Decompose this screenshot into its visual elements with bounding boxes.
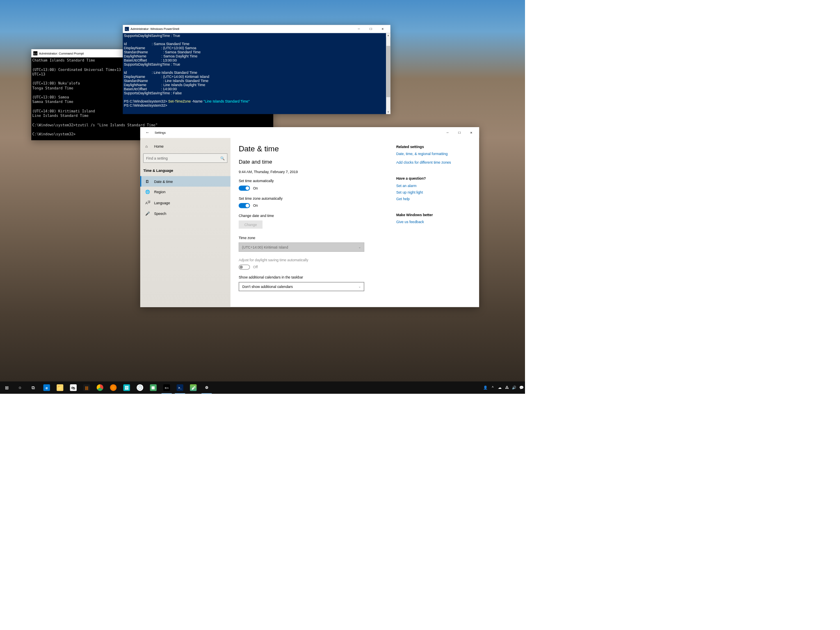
timezone-value: (UTC+14:00) Kiritimati Island	[242, 245, 288, 249]
desktop: C:\ Administrator: Command Prompt Chatha…	[0, 0, 525, 394]
powershell-icon: >_	[125, 27, 129, 31]
additional-cal-label: Show additional calendars in the taskbar	[239, 275, 387, 279]
change-button[interactable]: Change	[239, 221, 262, 229]
tray-network-icon[interactable]: 🖧	[504, 381, 511, 394]
chevron-down-icon: ⌄	[358, 285, 361, 288]
scroll-thumb[interactable]	[386, 46, 390, 97]
taskbar-app-2[interactable]: ▦	[147, 381, 160, 394]
scroll-down-icon[interactable]: ▼	[386, 110, 390, 114]
link-regional-formatting[interactable]: Date, time, & regional formatting	[396, 152, 479, 156]
taskbar-store[interactable]: 🛍	[67, 381, 80, 394]
taskbar-photos[interactable]: 🖼	[120, 381, 134, 394]
auto-tz-state: On	[253, 203, 258, 208]
minimize-button[interactable]: ─	[353, 25, 365, 33]
minimize-button[interactable]: ─	[442, 128, 454, 137]
search-placeholder: Find a setting	[146, 156, 220, 160]
ps-prompt: PS C:\Windows\system32>	[124, 99, 168, 103]
taskbar-powershell[interactable]: >_	[173, 381, 187, 394]
nav-label: Region	[154, 190, 166, 194]
ps-text-block: SupportsDaylightSavingTime : True Id : S…	[124, 34, 209, 95]
home-button[interactable]: ⌂ Home	[140, 142, 231, 151]
ps-string-arg: "Line Islands Standard Time"	[203, 99, 249, 103]
taskbar-edge[interactable]: e	[40, 381, 54, 394]
settings-aside-column: Related settings Date, time, & regional …	[396, 145, 479, 305]
link-add-clocks[interactable]: Add clocks for different time zones	[396, 160, 479, 164]
cmd-icon: C:\	[33, 51, 37, 55]
task-view-button[interactable]: ⧉	[27, 381, 40, 394]
additional-cal-dropdown[interactable]: Don't show additional calendars ⌄	[239, 282, 364, 292]
maximize-button[interactable]: ☐	[454, 128, 466, 137]
start-button[interactable]: ⊞	[0, 381, 14, 394]
auto-tz-label: Set time zone automatically	[239, 196, 387, 201]
ps-title-bar[interactable]: >_ Administrator: Windows PowerShell ─ ☐…	[123, 25, 390, 33]
taskbar-cmd[interactable]: C:\	[160, 381, 173, 394]
nav-language[interactable]: A字Language	[140, 197, 231, 208]
maximize-button[interactable]: ☐	[365, 25, 377, 33]
auto-time-state: On	[253, 186, 258, 190]
chevron-down-icon: ⌄	[358, 245, 361, 249]
settings-main-column: Date & time Date and time 9:44 AM, Thurs…	[239, 145, 387, 305]
search-input[interactable]: Find a setting 🔍	[143, 153, 227, 163]
nav-label: Speech	[154, 212, 167, 216]
date-time-icon: 🗓	[145, 179, 151, 184]
better-heading: Make Windows better	[396, 213, 479, 217]
auto-tz-toggle[interactable]	[239, 203, 250, 208]
nav-speech[interactable]: 🎤Speech	[140, 208, 231, 219]
related-heading: Related settings	[396, 145, 479, 149]
nav-date-time[interactable]: 🗓Date & time	[140, 176, 231, 187]
close-button[interactable]: ✕	[377, 25, 388, 33]
section-title: Time & Language	[140, 167, 231, 176]
link-night-light[interactable]: Set up night light	[396, 190, 479, 194]
question-heading: Have a question?	[396, 176, 479, 180]
taskbar-chrome[interactable]	[94, 381, 107, 394]
scroll-up-icon[interactable]: ▲	[386, 33, 390, 38]
microphone-icon: 🎤	[145, 211, 151, 216]
additional-cal-value: Don't show additional calendars	[242, 285, 293, 289]
taskbar-settings[interactable]: ⚙	[200, 381, 214, 394]
settings-title-bar[interactable]: ← Settings ─ ☐ ✕	[140, 127, 479, 138]
taskbar-clock-app[interactable]: 🕐	[133, 381, 147, 394]
ps-scrollbar[interactable]: ▲ ▼	[386, 33, 390, 114]
nav-label: Date & time	[154, 179, 173, 183]
tray-chevron[interactable]: ^	[489, 381, 497, 394]
ps-cmdlet: Set-TimeZone	[168, 99, 192, 103]
taskbar-explorer[interactable]: 📁	[53, 381, 67, 394]
taskbar-firefox[interactable]	[107, 381, 120, 394]
taskbar-app-1[interactable]: |||	[80, 381, 94, 394]
change-dt-label: Change date and time	[239, 214, 387, 218]
dst-toggle	[239, 265, 250, 270]
tray-people[interactable]: 👤	[482, 381, 489, 394]
search-icon: 🔍	[220, 156, 225, 160]
search-button[interactable]: ○	[14, 381, 27, 394]
timezone-dropdown[interactable]: (UTC+14:00) Kiritimati Island ⌄	[239, 242, 364, 252]
dst-label: Adjust for daylight saving time automati…	[239, 258, 387, 262]
section-heading: Date and time	[239, 159, 387, 165]
ps-title: Administrator: Windows PowerShell	[130, 27, 353, 31]
home-label: Home	[154, 144, 164, 148]
dst-state: Off	[253, 265, 258, 269]
tray-volume-icon[interactable]: 🔊	[511, 381, 518, 394]
auto-time-label: Set time automatically	[239, 179, 387, 183]
link-feedback[interactable]: Give us feedback	[396, 220, 479, 224]
back-button[interactable]: ←	[142, 130, 153, 135]
ps-param: -Name	[192, 99, 204, 103]
settings-title: Settings	[155, 131, 442, 135]
nav-label: Language	[154, 201, 170, 205]
link-set-alarm[interactable]: Set an alarm	[396, 184, 479, 188]
tray-action-center[interactable]: 💬	[518, 381, 525, 394]
globe-icon: 🌐	[145, 190, 151, 194]
ps-prompt: PS C:\Windows\system32>	[124, 103, 168, 107]
taskbar-app-3[interactable]: 🖌	[187, 381, 200, 394]
close-button[interactable]: ✕	[465, 128, 477, 137]
language-icon: A字	[145, 201, 151, 205]
nav-region[interactable]: 🌐Region	[140, 187, 231, 197]
settings-window: ← Settings ─ ☐ ✕ ⌂ Home Find a setting 🔍…	[140, 127, 479, 307]
powershell-window: >_ Administrator: Windows PowerShell ─ ☐…	[123, 25, 390, 114]
auto-time-toggle[interactable]	[239, 186, 250, 191]
tray-onedrive[interactable]: ☁	[496, 381, 504, 394]
link-get-help[interactable]: Get help	[396, 197, 479, 201]
settings-sidebar: ⌂ Home Find a setting 🔍 Time & Language …	[140, 138, 231, 307]
taskbar: ⊞ ○ ⧉ e 📁 🛍 ||| 🖼 🕐 ▦ C:\ >_ 🖌 ⚙ 👤 ^ ☁ 🖧…	[0, 381, 525, 394]
timezone-heading: Time zone	[239, 236, 387, 240]
ps-output[interactable]: SupportsDaylightSavingTime : True Id : S…	[123, 33, 390, 114]
